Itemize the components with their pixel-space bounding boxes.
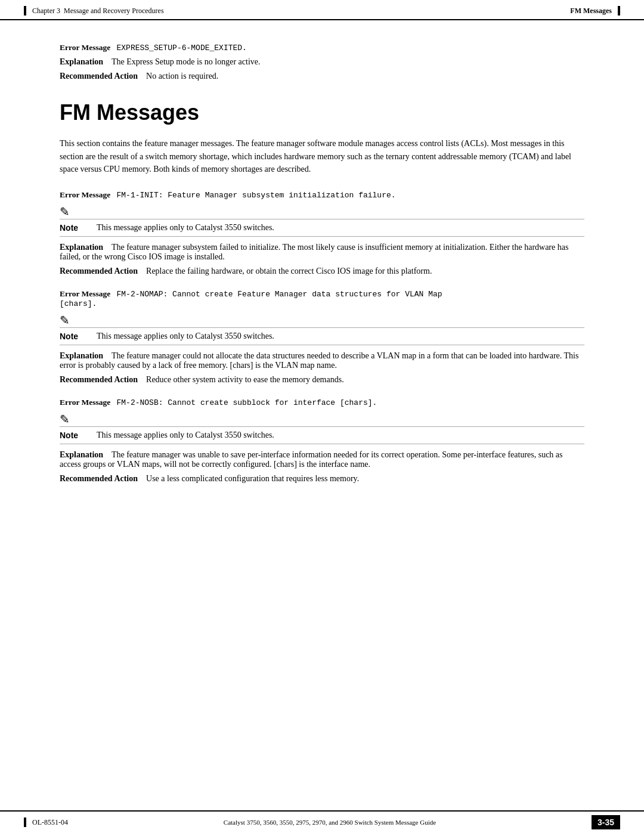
explanation-text-top: The Express Setup mode is no longer acti… (112, 57, 261, 66)
note-row-fm3: Note This message applies only to Cataly… (60, 428, 584, 442)
note-text-fm2: This message applies only to Catalyst 35… (97, 332, 274, 341)
recommended-fm2: Recommended Action Reduce other system a… (60, 375, 584, 385)
note-rule-top-fm1 (60, 219, 584, 219)
recommended-fm3: Recommended Action Use a less complicate… (60, 474, 584, 484)
chapter-label: Chapter 3 (32, 7, 60, 16)
error-label-fm3: Error Message (60, 398, 110, 407)
explanation-text-fm3: The feature manager was unable to save p… (60, 450, 563, 469)
recommended-text-fm1: Replace the failing hardware, or obtain … (146, 267, 432, 275)
recommended-label-fm3: Recommended Action (60, 474, 138, 483)
chapter-title: Message and Recovery Procedures (64, 7, 164, 16)
footer-left: OL-8551-04 (24, 817, 68, 827)
note-rule-bottom-fm1 (60, 236, 584, 237)
explanation-fm1: Explanation The feature manager subsyste… (60, 243, 584, 262)
error-label-fm1: Error Message (60, 190, 110, 199)
explanation-express: Explanation The Express Setup mode is no… (60, 57, 584, 67)
error-message-code-top: EXPRESS_SETUP-6-MODE_EXITED. (116, 44, 246, 52)
explanation-label-top: Explanation (60, 57, 103, 66)
note-icon-row-fm3: ✎ (60, 413, 584, 425)
fm-section-intro: This section contains the feature manage… (60, 137, 584, 176)
recommended-text-fm2: Reduce other system activity to ease the… (146, 375, 344, 384)
explanation-text-fm1: The feature manager subsystem failed to … (60, 243, 568, 261)
note-fm1: ✎ Note This message applies only to Cata… (60, 206, 584, 237)
header-bar-left (24, 6, 26, 16)
note-text-fm3: This message applies only to Catalyst 35… (97, 431, 274, 440)
explanation-label-fm1: Explanation (60, 243, 103, 252)
page-header: Chapter 3 Message and Recovery Procedure… (0, 0, 644, 20)
recommended-text-fm3: Use a less complicated configuration tha… (146, 474, 359, 483)
note-row-fm1: Note This message applies only to Cataly… (60, 221, 584, 235)
footer-doc-number: OL-8551-04 (32, 818, 68, 827)
explanation-fm3: Explanation The feature manager was unab… (60, 450, 584, 469)
error-message-label-top: Error Message (60, 43, 110, 52)
note-rule-top-fm3 (60, 426, 584, 427)
note-text-fm1: This message applies only to Catalyst 35… (97, 223, 274, 233)
note-icon-row-fm2: ✎ (60, 314, 584, 326)
note-pencil-icon-fm2: ✎ (60, 314, 70, 326)
error-message-fm1: Error Message FM-1-INIT: Feature Manager… (60, 190, 584, 200)
error-code-fm3: FM-2-NOSB: Cannot create subblock for in… (116, 398, 377, 407)
main-content: Error Message EXPRESS_SETUP-6-MODE_EXITE… (0, 20, 644, 524)
note-label-fm1: Note (60, 223, 91, 233)
error-message-fm2: Error Message FM-2-NOMAP: Cannot create … (60, 289, 584, 308)
error-message-fm3: Error Message FM-2-NOSB: Cannot create s… (60, 398, 584, 407)
fm-messages-heading: FM Messages (60, 100, 584, 125)
error-code-fm2: FM-2-NOMAP: Cannot create Feature Manage… (60, 290, 442, 308)
recommended-text-top: No action is required. (146, 72, 218, 80)
recommended-label-fm2: Recommended Action (60, 375, 138, 384)
note-row-fm2: Note This message applies only to Cataly… (60, 329, 584, 343)
note-rule-top-fm2 (60, 327, 584, 328)
note-icon-row-fm1: ✎ (60, 206, 584, 218)
explanation-text-fm2: The feature manager could not allocate t… (60, 351, 578, 370)
error-label-fm2: Error Message (60, 289, 110, 298)
footer-center: Catalyst 3750, 3560, 3550, 2975, 2970, a… (224, 819, 436, 826)
footer-page-number: 3-35 (592, 815, 620, 829)
note-rule-bottom-fm3 (60, 444, 584, 444)
page-footer: OL-8551-04 Catalyst 3750, 3560, 3550, 29… (0, 810, 644, 833)
header-left: Chapter 3 Message and Recovery Procedure… (24, 6, 164, 16)
note-pencil-icon-fm3: ✎ (60, 413, 70, 425)
error-code-fm1: FM-1-INIT: Feature Manager subsystem ini… (116, 191, 395, 200)
header-section-title: FM Messages (570, 7, 612, 16)
recommended-label-top: Recommended Action (60, 72, 138, 80)
header-right: FM Messages (570, 6, 620, 16)
note-label-fm2: Note (60, 332, 91, 341)
header-bar-right (618, 6, 620, 16)
note-fm2: ✎ Note This message applies only to Cata… (60, 314, 584, 345)
recommended-express: Recommended Action No action is required… (60, 72, 584, 81)
explanation-label-fm3: Explanation (60, 450, 103, 459)
note-rule-bottom-fm2 (60, 345, 584, 345)
note-label-fm3: Note (60, 431, 91, 440)
note-pencil-icon-fm1: ✎ (60, 206, 70, 218)
explanation-label-fm2: Explanation (60, 351, 103, 360)
footer-bar (24, 817, 26, 827)
error-message-express: Error Message EXPRESS_SETUP-6-MODE_EXITE… (60, 43, 584, 52)
recommended-label-fm1: Recommended Action (60, 267, 138, 275)
recommended-fm1: Recommended Action Replace the failing h… (60, 267, 584, 276)
note-fm3: ✎ Note This message applies only to Cata… (60, 413, 584, 444)
explanation-fm2: Explanation The feature manager could no… (60, 351, 584, 370)
